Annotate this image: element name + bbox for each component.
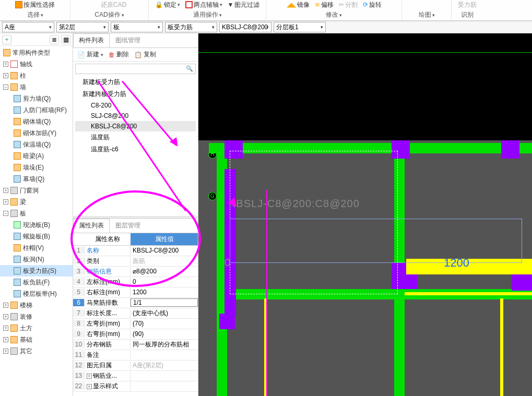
btn-attr-select[interactable]: 按属性选择 [15,1,55,9]
prop-row[interactable]: 6马凳筋排数1/1 [73,298,198,308]
ribbon-group-general: 通用操作 [193,10,218,19]
tree-opening[interactable]: +门窗洞 [0,185,73,196]
context-dropdown-bar: A座 第2层 板 板受力筋 KBSLJ-C8@200 分层板1 [0,21,532,33]
tree-masonry-bar[interactable]: 砌体加筋(Y) [0,127,73,139]
combo-cat[interactable]: 板 [111,22,163,32]
tree-masonry[interactable]: 砌体墙(Q) [0,116,73,127]
prop-col-value: 属性值 [131,233,198,245]
tree-shearwall[interactable]: 剪力墙(Q) [0,93,73,104]
combo-floor[interactable]: 第2层 [56,22,109,32]
dim-1200: 1200 [444,256,469,270]
canvas-tag: KBSLJ-C8@200:C8@200 [229,198,360,210]
prop-row[interactable]: 12图元归属A座(第2层) [73,361,198,371]
search-input[interactable] [75,64,196,74]
tree-other[interactable]: +其它 [0,345,73,357]
btn-rotate[interactable]: ⟳旋转 [363,1,382,9]
tree-btn-list[interactable]: ≣ [50,35,59,44]
tree-axis[interactable]: +轴线 [0,58,73,70]
combo-item[interactable]: KBSLJ-C8@200 [219,22,271,32]
ribbon-group-modify: 修改 [326,10,338,19]
prop-row[interactable]: 22+显示样式 [73,381,198,392]
tree-earth[interactable]: +土方 [0,322,73,334]
item-kbslj[interactable]: KBSLJ-C8@200 [75,121,196,131]
property-table: 1名称KBSLJ-C8@2002类别面筋3钢筋信息⌀8@2004左标注(mm)0… [73,246,198,397]
combo-layer[interactable]: 分层板1 [274,22,326,32]
tree-wallstub[interactable]: 墙垛(E) [0,162,73,173]
ribbon-group-recognize: 识别 [461,10,474,19]
axis-marker-G: G [208,192,217,200]
prop-row[interactable]: 11备注 [73,350,198,361]
btn-mirror[interactable]: ◢◣镜像 [287,1,310,9]
btn-copy-item[interactable]: 📋复制 [134,50,156,59]
tab-component-list[interactable]: 构件列表 [73,33,110,47]
ribbon-toolbar: 按属性选择 选择▾ 还原CAD CAD操作▾ 🔒锁定▾ 两点辅轴▾ ▼图元过滤 … [0,0,532,21]
tree-decor[interactable]: +装修 [0,311,73,322]
btn-restore-cad[interactable]: 还原CAD [92,1,126,9]
item-slj[interactable]: SLJ-C8@200 [75,111,196,121]
tree-capcol[interactable]: 柱帽(V) [0,242,73,254]
btn-rebar[interactable]: 受力筋 [458,1,477,9]
tree-beam[interactable]: +梁 [0,196,73,208]
btn-lock[interactable]: 🔒锁定▾ [155,1,180,9]
tree-insulation[interactable]: 保温墙(Q) [0,139,73,150]
tree-wall[interactable]: −墙 [0,81,73,93]
tab-prop-list[interactable]: 属性列表 [73,219,110,233]
tree-rf[interactable]: 人防门框墙(RF) [0,104,73,116]
btn-filter[interactable]: ▼图元过滤 [228,1,260,9]
tree-common[interactable]: 常用构件类型 [0,47,73,58]
prop-row[interactable]: 1名称KBSLJ-C8@200 [73,246,198,256]
tree-slab-negbar[interactable]: 板负筋(F) [0,277,73,288]
drawing-canvas[interactable]: 5 H G KBSLJ-C8@200:C8@200 1200 0 [198,33,532,396]
item-new-rebar[interactable]: 新建板受力筋 [75,76,196,88]
ribbon-group-select: 选择 [27,10,40,19]
prop-row[interactable]: 5右标注(mm)1200 [73,287,198,298]
tree-curtain[interactable]: 幕墙(Q) [0,173,73,185]
tab-layer-mgmt[interactable]: 图层管理 [110,219,146,233]
prop-row[interactable]: 10分布钢筋同一板厚的分布筋相 [73,340,198,350]
prop-row[interactable]: 7标注长度...(支座中心线) [73,308,198,319]
prop-row[interactable]: 9右弯折(mm)(90) [73,329,198,340]
tree-castslab[interactable]: 现浇板(B) [0,219,73,231]
btn-two-axis[interactable]: 两点辅轴▾ [185,1,222,9]
tree-column[interactable]: +柱 [0,70,73,81]
btn-offset[interactable]: ≋偏移 [315,1,334,9]
middle-panel: 构件列表 图纸管理 📄新建▾ 🗑删除 📋复制 新建板受力筋 新建跨板受力筋 C8… [73,33,198,396]
prop-row[interactable]: 4左标注(mm)0 [73,277,198,287]
prop-row[interactable]: 2类别面筋 [73,256,198,267]
btn-new-item[interactable]: 📄新建▾ [77,50,103,59]
tree-stair[interactable]: +楼梯 [0,299,73,311]
prop-row[interactable]: 3钢筋信息⌀8@200 [73,267,198,277]
tree-btn-add[interactable]: + [2,35,11,44]
tree-slab[interactable]: −板 [0,208,73,219]
combo-building[interactable]: A座 [2,22,54,32]
prop-row[interactable]: 13+钢筋业... [73,371,198,381]
nav-tree-panel: + ≣ ▦ 常用构件类型 +轴线 +柱 −墙 剪力墙(Q) 人防门框墙(RF) … [0,33,73,396]
prop-col-name: 属性名称 [85,233,131,245]
tree-foundation[interactable]: +基础 [0,334,73,345]
btn-split[interactable]: ✂分割 [339,1,358,9]
combo-type[interactable]: 板受力筋 [165,22,217,32]
tree-hiddenbeam[interactable]: 暗梁(A) [0,150,73,162]
tree-slab-mainbar[interactable]: 板受力筋(S) [0,265,73,277]
ribbon-group-plot: 绘图 [419,10,431,19]
prop-row[interactable]: 8左弯折(mm)(70) [73,319,198,329]
tab-drawing-mgmt[interactable]: 图纸管理 [110,33,146,47]
ribbon-group-cad: CAD操作 [94,10,120,19]
item-c8-200[interactable]: C8-200 [75,100,196,111]
btn-delete-item[interactable]: 🗑删除 [109,50,129,59]
tree-slabband[interactable]: 楼层板带(H) [0,288,73,299]
tree-spiralslab[interactable]: 螺旋板(B) [0,231,73,242]
tree-slabopen[interactable]: 板洞(N) [0,254,73,265]
dim-zero: 0 [224,257,230,269]
tree-btn-grid[interactable]: ▦ [61,35,70,44]
